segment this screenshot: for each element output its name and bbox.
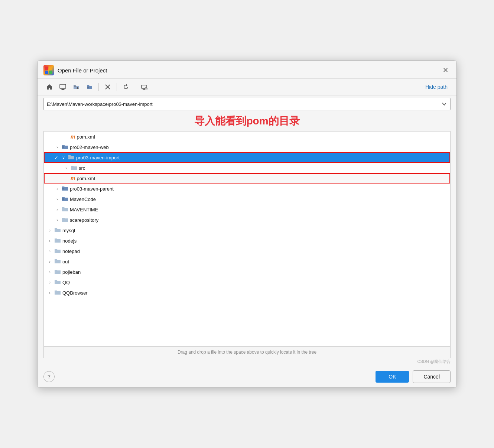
- svg-rect-7: [74, 85, 76, 87]
- item-label-out: out: [62, 259, 69, 264]
- svg-rect-0: [45, 66, 48, 70]
- folder-icon-parent: [62, 185, 68, 192]
- tree-item-scarepository[interactable]: › scarepository: [44, 215, 450, 225]
- tree-item-pojieban[interactable]: › pojieban: [44, 267, 450, 277]
- expand-arrow-qq: ›: [47, 280, 53, 285]
- item-label-src: src: [79, 165, 85, 171]
- help-button[interactable]: ?: [43, 371, 55, 382]
- expand-arrow-parent: ›: [54, 186, 60, 191]
- item-label-notepad: notepad: [62, 249, 80, 254]
- tree-item-qqbrowser[interactable]: › QQBrowser: [44, 288, 450, 298]
- svg-rect-1: [49, 66, 52, 70]
- toolbar-separator-2: [117, 83, 117, 91]
- tree-item-pro03-maven-import[interactable]: ✓ ∨ pro03-maven-import: [44, 152, 450, 163]
- folder-icon-maventime: [62, 206, 68, 213]
- folder-icon-pro03: [68, 154, 75, 161]
- ok-button[interactable]: OK: [376, 371, 409, 383]
- footer-buttons: OK Cancel: [376, 370, 451, 383]
- expand-arrow-mysql: ›: [47, 228, 53, 233]
- folder-icon-qqbrowser: [54, 289, 61, 296]
- expand-arrow-nodejs: ›: [47, 238, 53, 243]
- item-label-qq: QQ: [62, 280, 70, 285]
- close-button[interactable]: ✕: [440, 65, 451, 75]
- expand-arrow-qqbrowser: ›: [47, 290, 53, 295]
- expand-arrow-pro03: ∨: [61, 155, 66, 160]
- item-label-pro03: pro03-maven-import: [76, 155, 120, 160]
- svg-rect-19: [62, 146, 64, 148]
- watermark: CSDN @魔仙结合: [38, 358, 456, 366]
- folder-icon-notepad: [54, 248, 61, 254]
- tree-item-mavencode[interactable]: › MavenCode: [44, 194, 450, 204]
- expand-arrow-notepad: ›: [47, 249, 53, 253]
- tree-item-pro02-maven-web[interactable]: › pro02-maven-web: [44, 142, 450, 152]
- dialog-title: Open File or Project: [58, 67, 107, 74]
- tree-item-nodejs[interactable]: › nodejs: [44, 236, 450, 246]
- folder-icon-pojieban: [54, 269, 61, 275]
- path-dropdown-button[interactable]: [438, 98, 451, 110]
- tree-item-src[interactable]: › src: [44, 163, 450, 173]
- item-label-qqbrowser: QQBrowser: [62, 290, 88, 296]
- toolbar-separator-3: [135, 83, 135, 91]
- expand-arrow-src: ›: [63, 166, 69, 170]
- annotation-overlay: 导入能看到pom的目录: [38, 113, 456, 130]
- tree-item-out[interactable]: › out: [44, 256, 450, 267]
- file-tree[interactable]: m pom.xml › pro02-maven-web ✓ ∨: [43, 131, 451, 347]
- path-input[interactable]: [43, 98, 438, 110]
- svg-rect-3: [49, 71, 52, 74]
- item-label-pom-xml-top: pom.xml: [77, 134, 95, 140]
- item-label-nodejs: nodejs: [62, 238, 77, 244]
- svg-rect-21: [62, 188, 64, 189]
- delete-button[interactable]: [102, 81, 114, 93]
- open-file-dialog: Open File or Project ✕: [37, 60, 457, 388]
- tree-item-maventime[interactable]: › MAVENTIME: [44, 204, 450, 215]
- expand-arrow-mavencode: ›: [54, 197, 60, 201]
- svg-rect-5: [62, 89, 64, 90]
- svg-rect-4: [60, 84, 66, 88]
- folder-icon-nodejs: [54, 237, 61, 244]
- toolbar-separator-1: [98, 83, 99, 91]
- item-label-mavencode: MavenCode: [70, 197, 96, 202]
- tree-item-notepad[interactable]: › notepad: [44, 246, 450, 256]
- checkmark-icon: ✓: [54, 155, 58, 160]
- svg-rect-2: [45, 71, 48, 74]
- expand-arrow-pro02: ›: [54, 145, 60, 149]
- desktop-button[interactable]: [57, 81, 69, 93]
- folder-icon-out: [54, 258, 61, 265]
- tree-item-pro03-maven-parent[interactable]: › pro03-maven-parent: [44, 184, 450, 194]
- new-folder-button[interactable]: [70, 81, 82, 93]
- hide-path-button[interactable]: Hide path: [422, 82, 451, 91]
- folder-icon-pro02: [62, 144, 68, 150]
- tree-item-qq[interactable]: › QQ: [44, 277, 450, 288]
- maven-file-icon-2: m: [71, 175, 75, 181]
- tree-item-pom-xml[interactable]: m pom.xml: [44, 173, 450, 184]
- folder-icon-qq: [54, 279, 61, 286]
- folder-icon-mysql: [54, 227, 61, 234]
- app-icon: [43, 65, 54, 75]
- item-label-scarepository: scarepository: [70, 217, 98, 223]
- expand-arrow-pojieban: ›: [47, 270, 53, 274]
- toolbar: Hide path: [38, 79, 456, 95]
- svg-rect-6: [61, 90, 65, 90]
- item-label-pro03-parent: pro03-maven-parent: [70, 186, 114, 192]
- maven-file-icon: m: [71, 134, 75, 140]
- item-label-pojieban: pojieban: [62, 269, 81, 275]
- home-button[interactable]: [43, 81, 55, 93]
- item-label-mysql: mysql: [62, 228, 75, 233]
- expand-arrow-out: ›: [47, 259, 53, 264]
- folder-icon-mavencode: [62, 196, 68, 202]
- tree-item-mysql[interactable]: › mysql: [44, 225, 450, 236]
- toolbar-left: [43, 81, 150, 93]
- folder-icon-scare: [62, 217, 68, 223]
- refresh-button[interactable]: [120, 81, 132, 93]
- item-label-pro02: pro02-maven-web: [70, 145, 109, 150]
- svg-rect-10: [87, 87, 89, 88]
- drag-hint: Drag and drop a file into the space abov…: [43, 347, 451, 358]
- cancel-button[interactable]: Cancel: [413, 370, 451, 383]
- item-label-maventime: MAVENTIME: [70, 207, 98, 212]
- network-button[interactable]: [138, 81, 150, 93]
- expand-arrow-scare: ›: [54, 218, 60, 222]
- svg-rect-20: [68, 157, 70, 158]
- folder-special-button[interactable]: [84, 81, 95, 93]
- tree-item-pom-xml-top[interactable]: m pom.xml: [44, 132, 450, 142]
- title-bar-left: Open File or Project: [43, 65, 107, 75]
